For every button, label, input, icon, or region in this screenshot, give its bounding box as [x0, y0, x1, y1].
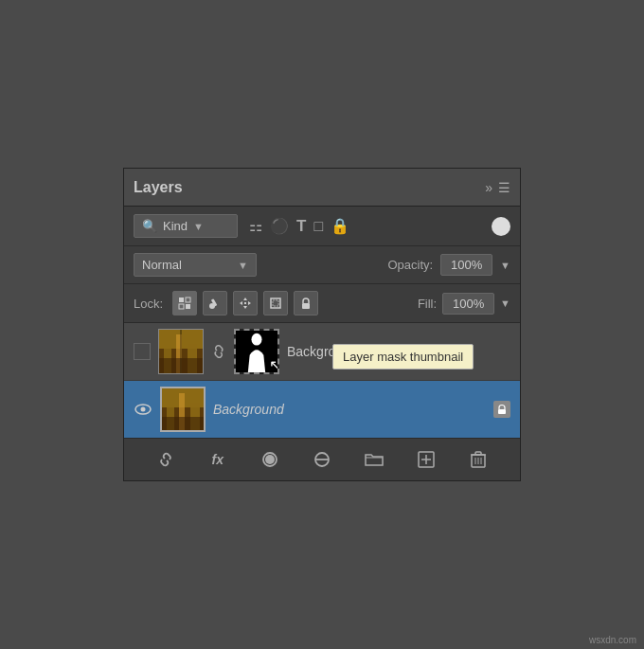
trash-icon — [471, 451, 486, 468]
layer-item-background-copy[interactable]: ↖ Layer mask thumbnail Background copy — [124, 323, 520, 381]
svg-marker-8 — [240, 301, 242, 305]
lock-all-btn[interactable] — [294, 291, 318, 315]
eye-icon — [134, 403, 152, 416]
lock-artboard-btn[interactable] — [263, 291, 288, 315]
header-icons: » ☰ — [485, 180, 510, 195]
layers-list: ↖ Layer mask thumbnail Background copy — [124, 323, 520, 438]
layer-name-background-copy: Background copy — [287, 344, 510, 359]
layer-item-background[interactable]: Background — [124, 381, 520, 438]
kind-chevron-icon: ▼ — [193, 221, 204, 232]
svg-rect-3 — [186, 304, 190, 309]
photo-thumb — [159, 330, 203, 373]
svg-rect-29 — [162, 417, 206, 432]
delete-layer-btn[interactable] — [465, 446, 492, 473]
expand-icon[interactable]: » — [485, 180, 492, 195]
new-layer-icon — [418, 451, 435, 468]
fill-chevron-icon[interactable]: ▼ — [500, 297, 510, 309]
svg-rect-10 — [244, 302, 246, 304]
svg-point-32 — [265, 455, 275, 464]
svg-rect-40 — [475, 452, 481, 455]
svg-rect-1 — [186, 297, 190, 302]
panel-footer: fx — [124, 438, 520, 480]
circle-icon — [261, 451, 278, 468]
svg-rect-13 — [302, 303, 310, 309]
adjustment-filter-icon[interactable]: ⚫ — [270, 217, 289, 235]
link-icon — [211, 344, 226, 359]
new-layer-btn[interactable] — [413, 446, 439, 473]
panel-header: Layers » ☰ — [124, 169, 520, 207]
svg-rect-0 — [179, 297, 184, 302]
layer-lock-icon — [493, 401, 510, 418]
menu-icon[interactable]: ☰ — [498, 180, 510, 195]
lock-image-btn[interactable] — [203, 291, 227, 315]
layer-link-icon[interactable] — [211, 344, 226, 359]
lock-fill-row: Lock: — [124, 284, 520, 323]
lock-position-btn[interactable] — [233, 291, 258, 315]
link-layers-btn[interactable] — [152, 446, 179, 473]
blend-chevron-icon: ▼ — [238, 260, 248, 271]
filter-toggle[interactable] — [492, 217, 510, 236]
image-filter-icon[interactable]: ⚏ — [249, 217, 262, 235]
lock-icon — [299, 297, 313, 310]
layers-panel: Layers » ☰ 🔍 Kind ▼ ⚏ ⚫ T □ 🔒 Normal ▼ O… — [123, 168, 521, 481]
opacity-label: Opacity: — [387, 258, 433, 272]
new-fill-adjustment-btn[interactable] — [257, 446, 283, 473]
watermark: wsxdn.com — [589, 635, 636, 645]
footer-link-icon — [156, 452, 175, 467]
blend-mode-label: Normal — [142, 258, 182, 272]
layer-mask-thumbnail[interactable]: ↖ — [234, 329, 279, 374]
folder-icon — [365, 452, 384, 467]
visibility-icon[interactable] — [134, 403, 152, 416]
type-filter-icon[interactable]: T — [296, 217, 306, 236]
opacity-input[interactable]: 100% — [440, 254, 492, 276]
shape-filter-icon[interactable]: □ — [313, 218, 323, 235]
fill-input[interactable]: 100% — [442, 293, 494, 315]
svg-point-21 — [252, 334, 262, 346]
filter-row: 🔍 Kind ▼ ⚏ ⚫ T □ 🔒 — [124, 207, 520, 246]
blend-opacity-row: Normal ▼ Opacity: 100% ▼ — [124, 246, 520, 284]
layer-name-background: Background — [213, 402, 486, 417]
delete-mask-btn[interactable] — [309, 446, 335, 473]
panel-title: Layers — [134, 179, 183, 196]
lock-pixels-btn[interactable] — [172, 291, 197, 315]
new-group-btn[interactable] — [361, 446, 387, 473]
brush-icon — [208, 297, 222, 310]
lock-small-icon — [496, 404, 508, 415]
search-icon: 🔍 — [142, 219, 157, 233]
photo-svg — [159, 330, 204, 374]
layer-thumbnail-bg-photo[interactable] — [160, 387, 206, 432]
svg-marker-9 — [248, 301, 251, 305]
svg-marker-6 — [243, 297, 247, 300]
no-entry-icon — [313, 451, 331, 468]
filter-icons: ⚏ ⚫ T □ 🔒 — [249, 217, 349, 236]
move-icon — [239, 297, 252, 310]
crop-icon — [269, 297, 282, 310]
layer-thumbnail-photo[interactable] — [158, 329, 204, 374]
fx-btn[interactable]: fx — [205, 446, 231, 473]
grid-icon — [178, 297, 191, 310]
fill-label: Fill: — [418, 297, 437, 311]
svg-rect-2 — [179, 304, 184, 309]
kind-select[interactable]: 🔍 Kind ▼ — [134, 214, 238, 238]
svg-marker-7 — [243, 306, 247, 309]
svg-rect-12 — [273, 300, 278, 306]
opacity-chevron-icon[interactable]: ▼ — [500, 260, 510, 271]
svg-rect-19 — [159, 358, 204, 374]
mask-thumb — [236, 331, 277, 372]
svg-rect-30 — [498, 409, 506, 414]
visibility-checkbox[interactable] — [134, 343, 151, 360]
smart-filter-icon[interactable]: 🔒 — [331, 217, 349, 235]
kind-label: Kind — [163, 219, 188, 233]
blend-mode-select[interactable]: Normal ▼ — [134, 253, 257, 277]
lock-label: Lock: — [134, 297, 163, 311]
mask-svg — [236, 329, 277, 374]
bg-photo-svg — [162, 388, 206, 432]
svg-point-23 — [141, 407, 146, 412]
